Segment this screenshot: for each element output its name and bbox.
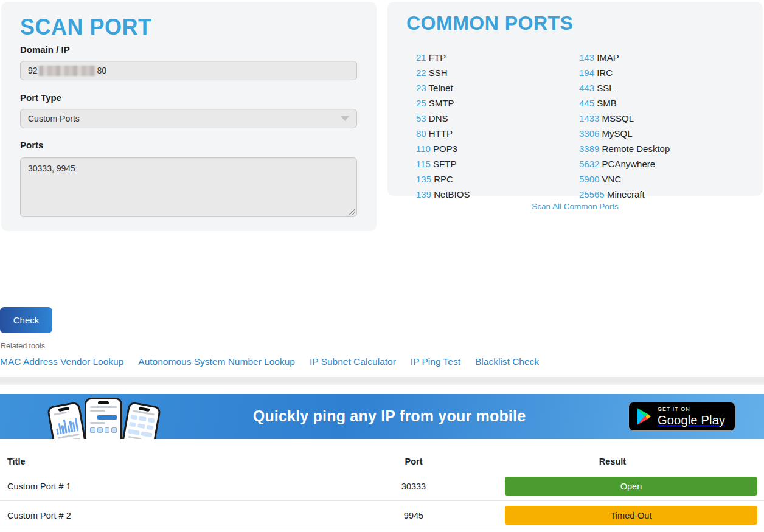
port-name: MSSQL [602,113,634,123]
related-tools-links: MAC Address Vendor LookupAutonomous Syst… [0,356,539,367]
chevron-down-icon [341,116,349,121]
port-number: 1433 [579,113,599,123]
result-cell: Open [461,477,764,496]
related-tools-label: Related tools [1,342,45,350]
scan-all-common-ports-link[interactable]: Scan All Common Ports [532,202,619,211]
common-port-item: 110 POP3 [416,141,470,156]
port-name: FTP [429,52,446,63]
scan-port-title: SCAN PORT [20,15,357,40]
common-port-item: 194 IRC [579,65,670,80]
check-button[interactable]: Check [0,307,52,333]
port-number: 135 [416,174,431,184]
port-number: 3306 [579,128,599,139]
common-port-item: 23 Telnet [416,80,470,95]
port-number: 53 [416,113,426,123]
common-port-item: 25565 Minecraft [579,187,670,202]
port-name: DNS [429,113,448,123]
google-play-get-it-on: GET IT ON [658,407,725,412]
scan-port-panel: SCAN PORT Domain / IP 9280 Port Type Cus… [1,2,377,231]
related-tool-link[interactable]: Blacklist Check [475,356,539,367]
port-number: 3389 [579,143,599,154]
domain-ip-value-prefix: 92 [28,66,38,75]
port-type-select[interactable]: Custom Ports [20,109,357,128]
mobile-app-banner: Quickly ping any IP from your mobile GET… [0,394,764,439]
common-port-item: 25 SMTP [416,95,470,111]
common-port-item: 5900 VNC [579,171,670,187]
port-name: HTTP [429,128,453,139]
port-name: RPC [434,174,453,184]
port-name: SSL [597,83,614,93]
port-name: SMB [597,98,617,108]
common-port-item: 139 NetBIOS [416,187,470,202]
header-port: Port [366,457,461,466]
port-name: IMAP [597,52,619,63]
related-tool-link[interactable]: MAC Address Vendor Lookup [0,356,123,367]
common-port-item: 53 DNS [416,111,470,126]
common-port-item: 3389 Remote Desktop [579,141,670,156]
result-title: Custom Port # 1 [0,482,366,491]
result-cell: Timed-Out [461,506,764,525]
result-badge: Timed-Out [505,506,757,525]
common-port-item: 115 SFTP [416,156,470,171]
result-port: 9945 [366,511,461,520]
related-tool-link[interactable]: IP Subnet Calculator [310,356,396,367]
port-name: NetBIOS [434,189,470,199]
port-name: POP3 [433,143,457,154]
related-tool-link[interactable]: Autonomous System Number Lookup [138,356,295,367]
google-play-text: GET IT ON Google Play [658,407,725,426]
redacted-blur [39,66,96,76]
port-name: VNC [602,174,622,184]
port-number: 25565 [579,189,605,199]
ports-textarea[interactable]: 30333, 9945 [20,157,357,217]
port-number: 5900 [579,174,599,184]
common-port-item: 443 SSL [579,80,670,95]
port-name: IRC [597,67,613,78]
port-number: 443 [579,83,594,93]
common-port-item: 21 FTP [416,50,470,65]
ports-value: 30333, 9945 [28,164,75,173]
port-number: 23 [416,83,426,93]
port-type-selected-value: Custom Ports [28,114,80,123]
port-name: SMTP [429,98,454,108]
domain-ip-value-suffix: 80 [97,66,107,75]
common-port-item: 445 SMB [579,95,670,111]
port-number: 22 [416,67,426,78]
port-name: Telnet [429,83,453,93]
port-number: 5632 [579,159,599,169]
results-body: Custom Port # 130333OpenCustom Port # 29… [0,472,764,530]
common-ports-title: COMMON PORTS [387,2,763,34]
result-title: Custom Port # 2 [0,511,366,520]
common-ports-panel: COMMON PORTS 21 FTP22 SSH23 Telnet25 SMT… [387,2,763,196]
port-number: 80 [416,128,426,139]
common-port-item: 1433 MSSQL [579,111,670,126]
port-number: 21 [416,52,426,63]
results-header-row: Title Port Result [0,451,764,472]
table-row: Custom Port # 130333Open [0,472,764,501]
domain-ip-input[interactable]: 9280 [20,61,357,80]
header-title: Title [0,457,366,466]
port-number: 25 [416,98,426,108]
related-tool-link[interactable]: IP Ping Test [411,356,460,367]
port-number: 445 [579,98,594,108]
google-play-badge[interactable]: GET IT ON Google Play [628,402,735,431]
header-result: Result [461,457,764,466]
common-port-item: 80 HTTP [416,126,470,141]
port-name: SFTP [433,159,456,169]
port-number: 110 [416,143,431,154]
common-port-item: 22 SSH [416,65,470,80]
common-ports-column-left: 21 FTP22 SSH23 Telnet25 SMTP53 DNS80 HTT… [416,50,470,202]
result-badge: Open [505,477,757,496]
port-number: 194 [579,67,594,78]
google-play-icon [635,407,652,426]
domain-ip-label: Domain / IP [20,45,357,55]
table-row: Custom Port # 29945Timed-Out [0,501,764,530]
common-port-item: 143 IMAP [579,50,670,65]
common-port-item: 135 RPC [416,171,470,187]
common-ports-column-right: 143 IMAP194 IRC443 SSL445 SMB1433 MSSQL3… [579,50,670,202]
resize-handle-icon[interactable] [348,208,355,215]
common-port-item: 3306 MySQL [579,126,670,141]
port-type-label: Port Type [20,93,357,103]
scan-all-wrap: Scan All Common Ports [387,201,763,212]
port-number: 143 [579,52,594,63]
port-name: Remote Desktop [602,143,670,154]
